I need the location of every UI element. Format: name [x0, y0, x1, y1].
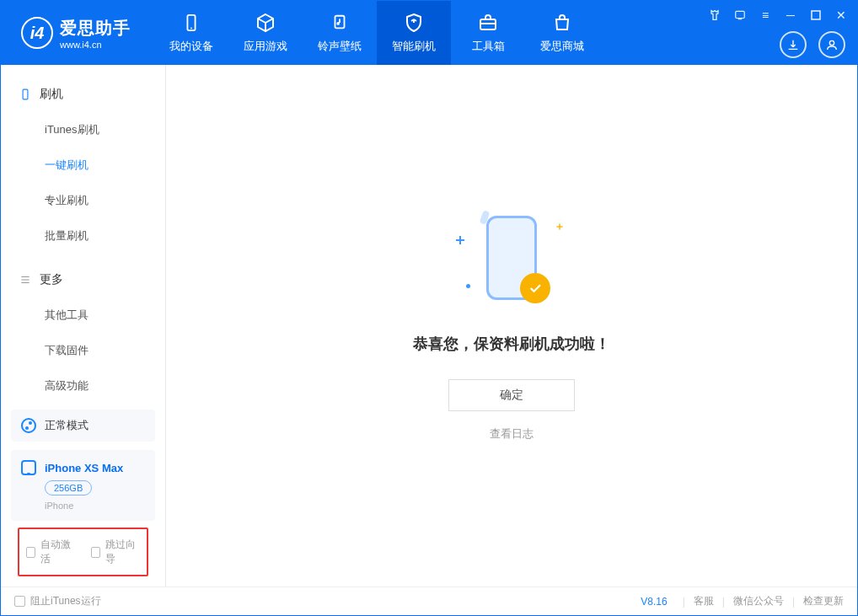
- sidebar-item-batch[interactable]: 批量刷机: [1, 218, 165, 254]
- sidebar-item-pro[interactable]: 专业刷机: [1, 183, 165, 218]
- close-button[interactable]: ✕: [832, 6, 850, 24]
- cube-icon: [255, 12, 276, 34]
- shirt-icon[interactable]: [705, 6, 724, 24]
- success-illustration: [461, 211, 562, 312]
- device-icon: [21, 460, 36, 475]
- checkbox-label: 跳过向导: [105, 538, 140, 566]
- wechat-link[interactable]: 微信公众号: [733, 594, 784, 608]
- app-window: i4 爱思助手 www.i4.cn 我的设备 应用游戏 铃声壁纸 智能刷机: [0, 0, 858, 616]
- tab-apps[interactable]: 应用游戏: [228, 1, 303, 65]
- device-card[interactable]: iPhone XS Max 256GB iPhone: [11, 450, 155, 521]
- checkbox-icon: [91, 547, 100, 558]
- svg-point-1: [190, 28, 192, 29]
- app-subtitle: www.i4.cn: [60, 40, 131, 50]
- tab-label: 工具箱: [472, 39, 505, 54]
- sidebar: 刷机 iTunes刷机 一键刷机 专业刷机 批量刷机 更多 其他工具 下载固件 …: [1, 65, 166, 587]
- sidebar-item-itunes[interactable]: iTunes刷机: [1, 112, 165, 147]
- svg-rect-6: [812, 11, 820, 19]
- tab-label: 我的设备: [169, 39, 213, 54]
- check-update-link[interactable]: 检查更新: [803, 594, 844, 608]
- sidebar-item-advanced[interactable]: 高级功能: [1, 368, 165, 404]
- menu-icon[interactable]: ≡: [756, 6, 775, 24]
- check-badge-icon: [520, 273, 550, 303]
- sidebar-group-flash: 刷机: [1, 80, 165, 112]
- main-content: 恭喜您，保资料刷机成功啦！ 确定 查看日志: [166, 65, 857, 587]
- sparkle-icon: [557, 223, 563, 229]
- body: 刷机 iTunes刷机 一键刷机 专业刷机 批量刷机 更多 其他工具 下载固件 …: [1, 65, 857, 587]
- tab-label: 智能刷机: [392, 39, 436, 54]
- checkbox-icon: [14, 596, 25, 607]
- phone-icon: [180, 12, 202, 34]
- svg-rect-8: [23, 89, 28, 99]
- sidebar-item-firmware[interactable]: 下载固件: [1, 333, 165, 368]
- sparkle-icon: [456, 236, 464, 244]
- statusbar: 阻止iTunes运行 V8.16 | 客服 | 微信公众号 | 检查更新: [1, 587, 857, 615]
- version-label: V8.16: [641, 596, 667, 608]
- sidebar-item-other[interactable]: 其他工具: [1, 297, 165, 333]
- sidebar-item-onekey[interactable]: 一键刷机: [1, 147, 165, 183]
- maximize-button[interactable]: [807, 6, 825, 24]
- support-link[interactable]: 客服: [694, 594, 714, 608]
- mode-label: 正常模式: [45, 418, 88, 433]
- success-message: 恭喜您，保资料刷机成功啦！: [413, 334, 610, 354]
- group-label: 刷机: [40, 87, 63, 102]
- checkbox-label: 阻止iTunes运行: [30, 594, 101, 608]
- phone-small-icon: [19, 88, 31, 100]
- device-name: iPhone XS Max: [45, 462, 123, 474]
- checkbox-icon: [26, 547, 35, 558]
- mode-icon: [21, 418, 36, 433]
- group-label: 更多: [40, 272, 63, 287]
- header-right-buttons: [780, 31, 845, 58]
- feedback-icon[interactable]: [731, 6, 749, 24]
- svg-rect-5: [736, 11, 745, 18]
- tab-device[interactable]: 我的设备: [154, 1, 228, 65]
- account-button[interactable]: [818, 31, 845, 58]
- storage-badge: 256GB: [45, 480, 92, 495]
- bag-icon: [551, 12, 573, 34]
- tab-label: 应用游戏: [244, 39, 287, 54]
- main-tabs: 我的设备 应用游戏 铃声壁纸 智能刷机 工具箱 爱思商城: [154, 1, 599, 65]
- tab-ringtones[interactable]: 铃声壁纸: [303, 1, 377, 65]
- minimize-button[interactable]: ─: [781, 6, 800, 24]
- tab-label: 铃声壁纸: [318, 39, 362, 54]
- checkbox-label: 自动激活: [40, 538, 75, 566]
- tab-store[interactable]: 爱思商城: [525, 1, 599, 65]
- checkbox-block-itunes[interactable]: 阻止iTunes运行: [14, 594, 101, 608]
- ok-button[interactable]: 确定: [448, 379, 575, 411]
- svg-point-3: [336, 22, 340, 25]
- titlebar: i4 爱思助手 www.i4.cn 我的设备 应用游戏 铃声壁纸 智能刷机: [1, 1, 857, 65]
- checkbox-auto-activate[interactable]: 自动激活: [26, 538, 76, 566]
- dot-icon: [466, 284, 470, 288]
- tab-tools[interactable]: 工具箱: [451, 1, 525, 65]
- view-log-link[interactable]: 查看日志: [490, 426, 534, 442]
- download-button[interactable]: [780, 31, 807, 58]
- logo: i4 爱思助手 www.i4.cn: [1, 17, 146, 50]
- music-icon: [329, 12, 351, 34]
- sidebar-group-more: 更多: [1, 265, 165, 297]
- toolbox-icon: [477, 12, 499, 34]
- device-mode-card[interactable]: 正常模式: [11, 410, 155, 442]
- options-highlight-box: 自动激活 跳过向导: [18, 528, 148, 576]
- tab-label: 爱思商城: [540, 39, 584, 54]
- shield-icon: [403, 12, 425, 34]
- list-icon: [19, 274, 31, 286]
- window-controls: ≡ ─ ✕: [705, 6, 850, 24]
- logo-icon: i4: [21, 17, 53, 49]
- tab-flash[interactable]: 智能刷机: [377, 1, 451, 65]
- checkbox-skip-guide[interactable]: 跳过向导: [91, 538, 141, 566]
- app-name: 爱思助手: [60, 17, 131, 40]
- svg-point-7: [829, 40, 834, 45]
- device-type: iPhone: [45, 501, 145, 511]
